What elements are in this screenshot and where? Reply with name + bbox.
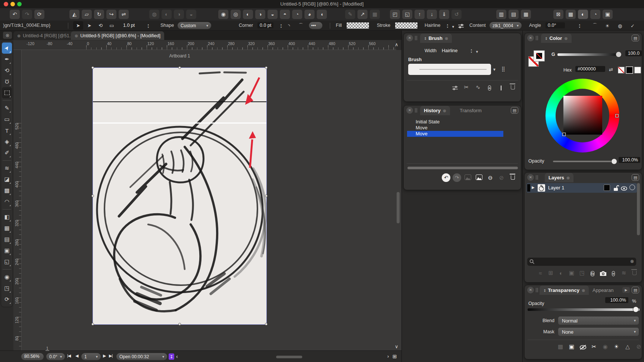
- stroke-width-value[interactable]: 1.0 pt: [123, 23, 135, 28]
- crop-shapes-button[interactable]: ◕: [304, 10, 315, 19]
- open-external-button[interactable]: ↗: [357, 10, 368, 19]
- exclude-overlap-button[interactable]: ◑: [255, 10, 265, 19]
- document-panel-button[interactable]: ▤: [509, 10, 519, 19]
- stroke-width-stepper[interactable]: ▴▾: [146, 22, 150, 29]
- bring-to-front-button[interactable]: ◰: [390, 10, 400, 19]
- brick-pattern-tool[interactable]: ▤: [2, 234, 12, 245]
- panel-grip[interactable]: [536, 175, 538, 180]
- panel-grip[interactable]: [415, 108, 417, 113]
- history-item[interactable]: Move: [407, 125, 503, 131]
- sync-button[interactable]: ⟳: [34, 10, 44, 19]
- stroke-swatch[interactable]: [395, 22, 418, 29]
- width-value[interactable]: Hairline: [442, 48, 457, 53]
- angle-value[interactable]: 0.0°: [545, 22, 565, 28]
- delete-history-button[interactable]: [508, 174, 517, 182]
- mask-dropdown[interactable]: None▾: [558, 328, 639, 336]
- add-brush-button[interactable]: +: [485, 83, 494, 91]
- previous-page-button[interactable]: ◀: [75, 353, 78, 358]
- selection-handle[interactable]: [178, 66, 181, 69]
- selection-handle[interactable]: [265, 195, 268, 197]
- move-down-button[interactable]: ↓: [427, 10, 437, 19]
- corner-stepper[interactable]: ▴▾: [279, 22, 283, 29]
- isolate-blend-icon[interactable]: △: [623, 343, 632, 351]
- unite-button[interactable]: ◍: [149, 10, 159, 19]
- pattern-stamp-tool[interactable]: ▩: [2, 185, 12, 196]
- panel-menu-button[interactable]: ▤: [632, 35, 639, 41]
- layer-filter-icon[interactable]: ≈: [536, 269, 545, 277]
- canvas-horizontal-scrollbar[interactable]: [276, 356, 302, 358]
- hue-marker[interactable]: [615, 114, 619, 117]
- brush-settings-icon[interactable]: [450, 83, 459, 91]
- white-swatch[interactable]: [634, 67, 641, 73]
- opacity-value[interactable]: 100.0%: [605, 297, 628, 303]
- stroke-width-mode-value[interactable]: Hairline: [425, 23, 440, 28]
- rotate-copy-button[interactable]: ↪: [106, 10, 116, 19]
- canvas-vertical-scrollbar[interactable]: [397, 192, 400, 223]
- history-item[interactable]: Initial State: [407, 119, 503, 125]
- tab-transform[interactable]: Transform: [456, 106, 485, 115]
- layer-name[interactable]: Layer 1: [548, 185, 564, 191]
- delete-layer-button[interactable]: [630, 269, 639, 277]
- page-number-dropdown[interactable]: 1▾: [81, 353, 101, 360]
- swap-colors-icon[interactable]: ⇄: [609, 66, 613, 73]
- release-mask-icon[interactable]: ✂: [590, 343, 598, 351]
- shape-dropdown[interactable]: Custom▾: [178, 22, 211, 29]
- brush-dropdown-icon[interactable]: ▼: [493, 66, 496, 73]
- remove-state-button[interactable]: ⊖: [486, 174, 495, 182]
- fan-brush-tool[interactable]: ◠: [2, 196, 12, 207]
- import-drop-button[interactable]: ↧: [169, 353, 174, 360]
- pencil-tool[interactable]: ✎: [2, 103, 12, 114]
- panel-grip[interactable]: [415, 36, 417, 40]
- no-color-swatch[interactable]: [618, 67, 625, 73]
- gray-slider[interactable]: [557, 53, 622, 56]
- exclude-button[interactable]: ◒: [186, 10, 196, 19]
- fill-stroke-indicator[interactable]: [528, 50, 545, 67]
- saturation-square[interactable]: [563, 96, 602, 135]
- move-up-button[interactable]: ↑: [415, 10, 425, 19]
- brush-library-icon[interactable]: ⣿: [501, 65, 505, 72]
- last-page-button[interactable]: ▶|: [109, 353, 112, 358]
- rotate-select-tool[interactable]: ⟲: [2, 65, 12, 76]
- saturation-marker[interactable]: [562, 133, 566, 136]
- artboard[interactable]: [93, 68, 266, 324]
- repeat-transform-button[interactable]: ⇌: [119, 10, 129, 19]
- style-check-icon[interactable]: ✓: [631, 22, 635, 29]
- layers-scrollbar[interactable]: [637, 183, 640, 235]
- redo-button[interactable]: ↷: [22, 10, 32, 19]
- marquee-select-tool[interactable]: [2, 87, 12, 98]
- horizontal-ruler[interactable]: -120-80-40040801201602002402803203604004…: [13, 40, 396, 50]
- collapse-bar-chevron[interactable]: ‹: [176, 353, 178, 359]
- panel-menu-button[interactable]: ▤: [632, 287, 639, 293]
- selection-handle[interactable]: [91, 323, 94, 325]
- crop-tool[interactable]: ◳: [2, 283, 12, 294]
- tab-appearance[interactable]: Appearan: [589, 286, 616, 295]
- close-panel-button[interactable]: ✕: [527, 174, 534, 181]
- clear-search-icon[interactable]: ⊗: [630, 259, 634, 264]
- canvas[interactable]: Artboard 1: [22, 50, 401, 350]
- close-tab-icon[interactable]: ⊗: [566, 176, 570, 180]
- close-all-tabs-button[interactable]: ⊗: [3, 32, 12, 39]
- close-panel-button[interactable]: ✕: [406, 107, 413, 114]
- scribble-brush-tool[interactable]: ≋: [2, 163, 12, 174]
- new-brush-shape-button[interactable]: [497, 83, 506, 91]
- time-lapse-button[interactable]: ◔: [590, 10, 600, 19]
- layer-effects-button[interactable]: fx: [588, 269, 597, 277]
- snapshot-disabled-icon[interactable]: [463, 174, 472, 182]
- fill-swatch-front[interactable]: [534, 50, 545, 62]
- close-panel-button[interactable]: ✕: [406, 35, 413, 41]
- hairline-stepper[interactable]: ▴▾: [446, 22, 450, 29]
- unlock-icon[interactable]: [613, 185, 619, 191]
- shear-button[interactable]: ▱: [82, 10, 92, 19]
- canvas-rotate-tool[interactable]: ⟳: [2, 294, 12, 305]
- magnet-tool[interactable]: Ω: [2, 76, 12, 87]
- panel-grip[interactable]: [536, 36, 538, 40]
- transparency-slider-knob[interactable]: [633, 306, 639, 312]
- frame-layer-icon[interactable]: ▣: [567, 269, 576, 277]
- panel-menu-button[interactable]: ▤: [632, 174, 639, 181]
- panel-menu-button[interactable]: ▤: [511, 107, 518, 114]
- text-tool[interactable]: T: [2, 125, 12, 136]
- select-tool[interactable]: ➤: [2, 43, 12, 54]
- vertical-ruler[interactable]: 52048044040036032028024020016012080400-4…: [13, 50, 22, 350]
- brush-trim-icon[interactable]: ✂: [462, 83, 471, 91]
- rotation-dropdown[interactable]: 0.0°▾: [46, 353, 65, 360]
